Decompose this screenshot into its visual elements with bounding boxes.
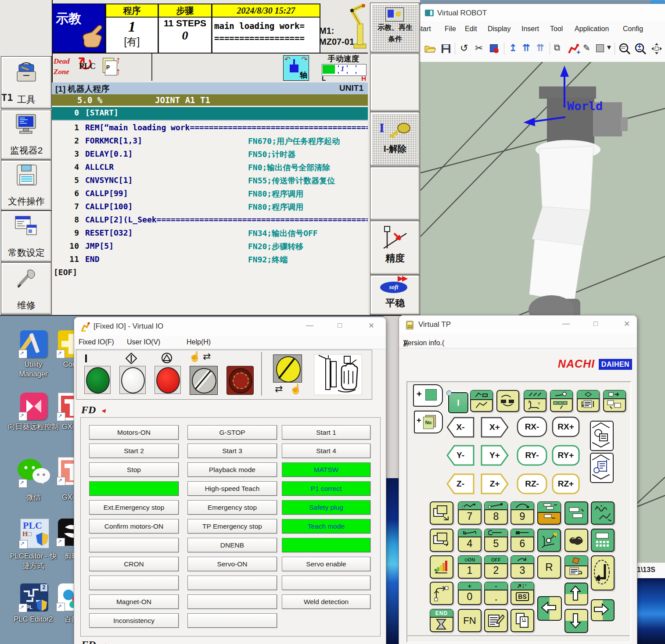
interference-release-button[interactable]: I I-解除 xyxy=(370,112,420,166)
io-indicator-blank-green[interactable] xyxy=(89,481,179,496)
motors-on-pushbutton[interactable] xyxy=(84,366,111,394)
key-1-on[interactable]: ◇ON 1 xyxy=(458,555,482,579)
jog-x-minus-key[interactable]: X- xyxy=(446,416,475,438)
teach-playback-condition-button[interactable]: 示教、再生 条件 xyxy=(370,3,420,53)
menu-tool[interactable]: Tool xyxy=(550,25,563,33)
io-button-start1[interactable]: Start 1 xyxy=(282,425,370,440)
clamp-hands-key[interactable] xyxy=(564,529,588,552)
cube-add-icon[interactable] xyxy=(490,44,498,52)
fixed-io-titlebar[interactable]: [Fixed IO] - Virtual IO — □ ✕ xyxy=(74,317,386,336)
cursor-up-key[interactable] xyxy=(564,583,588,605)
key-7-joint[interactable]: 7 xyxy=(458,501,482,525)
program-select-key[interactable] xyxy=(430,501,453,525)
screen-switch-key[interactable] xyxy=(603,390,626,412)
open-file-icon[interactable] xyxy=(424,43,436,54)
io-button-blank[interactable] xyxy=(89,538,179,552)
smooth-button[interactable]: ▶▶ soft 平稳 xyxy=(370,275,420,315)
io-button-cron[interactable]: CRON xyxy=(89,557,179,571)
sidebar-file-operations-button[interactable]: 文件操作 xyxy=(1,160,52,211)
program-list-key[interactable] xyxy=(577,390,600,412)
io-button-blank[interactable] xyxy=(187,594,277,609)
pan-move-icon[interactable] xyxy=(651,42,663,55)
program-step-key[interactable] xyxy=(430,529,453,552)
program-line[interactable]: 6CALLP[99]FN80;程序调用 xyxy=(52,189,368,202)
io-button-playback-mode[interactable]: Playback mode xyxy=(187,462,277,477)
cut-icon[interactable]: ✂ xyxy=(475,43,483,54)
minimize-button[interactable]: — xyxy=(306,321,313,330)
program-line[interactable]: 8CALLP[2](L_Seek========================… xyxy=(52,215,368,228)
program-line[interactable]: 7CALLP[100]FN80;程序调用 xyxy=(52,202,368,215)
io-button-blank[interactable] xyxy=(282,576,370,590)
menu-display[interactable]: Display xyxy=(488,25,510,33)
jog-rx-minus-key[interactable]: RX- xyxy=(516,416,548,438)
jog-ry-minus-key[interactable]: RY- xyxy=(516,444,548,466)
program-line[interactable]: 4ALLCLRFN0;输出信号全部清除 xyxy=(52,162,368,175)
zoom-inout-icon[interactable] xyxy=(634,42,647,55)
io-button-g-stop[interactable]: G-STOP xyxy=(187,425,277,440)
key-9-circular[interactable]: 9 xyxy=(510,501,534,525)
key-dot-minus[interactable]: - . xyxy=(484,582,508,605)
minimize-button[interactable]: — xyxy=(562,319,570,328)
check-speed-key[interactable] xyxy=(550,390,573,412)
enable-i-button[interactable]: I xyxy=(448,392,468,413)
virtual-tp-titlebar[interactable]: Virtual TP — □ ✕ xyxy=(399,315,637,334)
end-key[interactable]: END xyxy=(430,609,453,632)
accuracy-button[interactable]: 精度 xyxy=(370,221,420,275)
jog-rz-minus-key[interactable]: RZ- xyxy=(516,473,548,495)
menu-file[interactable]: File xyxy=(445,25,456,33)
axis-jog-button[interactable]: ↶ ↷ 轴 xyxy=(283,55,309,81)
frames-ghost-icon[interactable]: ⇈ xyxy=(536,43,544,53)
program-line[interactable]: 10JMP[5]FN20;步骤转移 xyxy=(52,241,368,254)
jog-rz-plus-key[interactable]: RZ+ xyxy=(551,473,580,495)
emergency-stop-button[interactable] xyxy=(226,366,254,395)
cursor-right-key[interactable] xyxy=(591,599,615,621)
coordinate-system-key[interactable]: Yz xyxy=(524,390,546,412)
keypad-display-key[interactable] xyxy=(591,529,615,552)
frame-axis-icon[interactable]: ↥ xyxy=(509,43,517,53)
backspace-key[interactable]: BS xyxy=(510,582,534,605)
program-line[interactable]: 5CNVSYNC[1]FN55;传送带计数器复位 xyxy=(52,175,368,189)
menu-help[interactable]: Help(H) xyxy=(187,338,211,346)
key-8-linear[interactable]: 8 xyxy=(484,501,508,525)
jog-z-plus-key[interactable]: Z+ xyxy=(480,473,509,495)
side-button-blank-2[interactable] xyxy=(370,167,420,220)
menu-edit[interactable]: Edit xyxy=(465,25,477,33)
sidebar-constant-setting-button[interactable]: 常数设定 xyxy=(1,211,52,262)
transform-icon[interactable]: ⧉ xyxy=(554,43,560,53)
jog-y-minus-key[interactable]: Y- xyxy=(446,444,475,466)
mode-selector-switch[interactable] xyxy=(190,366,218,395)
io-button-start3[interactable]: Start 3 xyxy=(187,444,277,458)
key-3-arc[interactable]: 3 xyxy=(510,555,534,579)
sync-motion-key[interactable] xyxy=(496,390,519,412)
clipboard-key[interactable] xyxy=(564,555,588,579)
program-line[interactable]: 2FORKMCR[1,3]FN670;用户任务程序起动 xyxy=(52,136,368,149)
io-indicator-teach-mode[interactable]: Teach mode xyxy=(282,519,370,533)
io-indicator-safety-plug[interactable]: Safety plug xyxy=(282,500,370,515)
side-button-blank-1[interactable] xyxy=(370,54,420,111)
jog-y-plus-key[interactable]: Y+ xyxy=(480,444,509,466)
io-button-motors-on[interactable]: Motors-ON xyxy=(89,425,179,440)
io-button-start4[interactable]: Start 4 xyxy=(282,444,370,458)
jog-z-minus-key[interactable]: Z- xyxy=(446,473,475,495)
trajectory-key[interactable] xyxy=(430,582,453,605)
io-indicator-blank-green[interactable] xyxy=(282,538,370,552)
cursor-down-key[interactable] xyxy=(564,609,588,633)
fn-key[interactable]: FN xyxy=(458,609,482,632)
teach-mode-selector[interactable] xyxy=(273,354,302,383)
io-button-magnet-on[interactable]: Magnet-ON xyxy=(89,594,179,609)
io-button-weld-detection[interactable]: Weld detection xyxy=(282,594,370,609)
speed-key[interactable] xyxy=(430,555,453,579)
io-button-blank[interactable] xyxy=(187,613,277,628)
screen-arrange-key[interactable] xyxy=(564,501,588,525)
undo-icon[interactable]: ↺ xyxy=(460,43,468,54)
start-pushbutton[interactable] xyxy=(119,366,146,394)
virtual-robot-titlebar[interactable]: Virtual ROBOT xyxy=(420,4,665,22)
weave-key[interactable] xyxy=(591,501,615,525)
sidebar-monitor2-button[interactable]: 监视器2 xyxy=(1,110,52,160)
pages-key[interactable] xyxy=(510,609,534,632)
io-button-blank[interactable] xyxy=(89,576,179,590)
page-add-button[interactable]: + No xyxy=(414,411,443,433)
program-line[interactable]: 9RESET[O32]FN34;输出信号OFF xyxy=(52,228,368,241)
shift-coordinate-key[interactable] xyxy=(537,529,561,552)
io-indicator-p1-correct[interactable]: P1 correct xyxy=(282,481,370,496)
